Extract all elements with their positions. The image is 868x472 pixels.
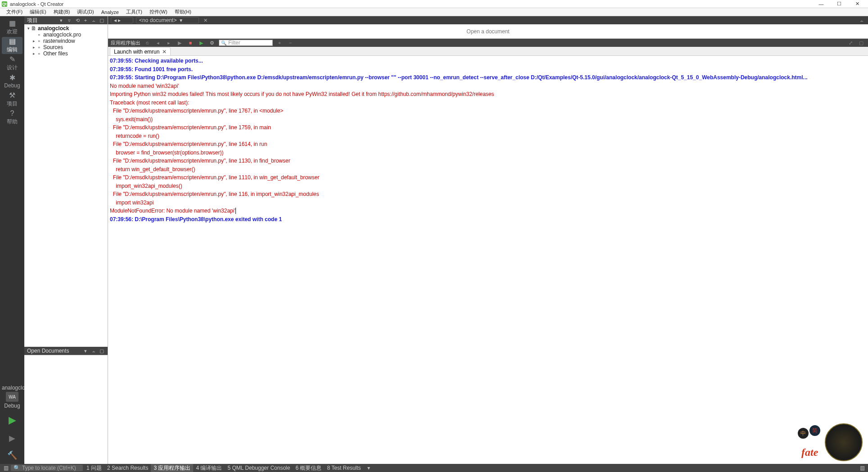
mode-help[interactable]: ?帮助	[2, 109, 23, 126]
close-panel-icon[interactable]: ▢	[99, 348, 105, 354]
split-icon[interactable]: ⫠	[90, 17, 97, 23]
link-icon[interactable]: ⟲	[74, 17, 81, 23]
tree-label: analogclock	[38, 25, 69, 32]
modebar: ▦欢迎 ▤编辑 ✎设计 ✱Debug ⚒项目 ?帮助 analogclock W…	[0, 16, 24, 464]
mode-projects[interactable]: ⚒项目	[2, 91, 23, 108]
project-panel-dropdown-icon[interactable]: ▾	[58, 17, 64, 23]
titlebar: Qt analogclock - Qt Creator — ☐ ✕	[0, 0, 868, 8]
minimize-button[interactable]: —	[812, 0, 830, 8]
menu-analyze[interactable]: Analyze	[98, 9, 122, 15]
open-docs-dropdown-icon[interactable]: ▾	[82, 348, 89, 354]
output-body[interactable]: 07:39:55: Checking available ports...07:…	[108, 56, 868, 464]
kit-project: analogclock	[2, 385, 23, 391]
status-pane-4[interactable]: 4 编译输出	[193, 464, 225, 472]
maximize-button[interactable]: ☐	[830, 0, 848, 8]
bug-icon: ✱	[9, 74, 15, 82]
menu-build[interactable]: 构建(B)	[50, 9, 74, 15]
tree-row-rasterwindow[interactable]: ▸ ▫ rasterwindow	[24, 38, 108, 44]
open-docs-list	[24, 355, 108, 464]
tree-label: analogclock.pro	[43, 32, 81, 38]
toggle-right-sidebar-icon[interactable]: ▥	[858, 465, 866, 471]
mode-edit[interactable]: ▤编辑	[2, 37, 23, 54]
status-pane-5[interactable]: 5 QML Debugger Console	[225, 464, 293, 472]
chevron-right-icon: ▸	[118, 17, 121, 23]
close-button[interactable]: ✕	[848, 0, 866, 8]
status-pane-6[interactable]: 6 概要信息	[293, 464, 324, 472]
panes-dropdown-icon[interactable]: ▾	[365, 465, 373, 471]
toggle-sidebar-icon[interactable]: ▥	[2, 465, 10, 471]
navigate-back-combo[interactable]: ◂ ▸	[111, 17, 133, 23]
mode-debug[interactable]: ✱Debug	[2, 73, 23, 90]
rerun-button[interactable]: ▶	[176, 40, 184, 46]
folder-icon: ▫	[36, 44, 42, 50]
chevron-left-icon: ◂	[114, 17, 117, 23]
debug-run-button[interactable]: ▶	[9, 433, 15, 443]
menu-file[interactable]: 文件(F)	[3, 9, 26, 15]
chevron-down-icon[interactable]: ▾	[26, 26, 31, 31]
tree-row-project[interactable]: ▾ 🗎 analogclock	[24, 25, 108, 32]
add-icon[interactable]: +	[82, 17, 89, 23]
next-icon[interactable]: ▸	[165, 40, 173, 46]
output-line: File "D:/emsdk/upstream/emscripten/emrun…	[110, 157, 866, 165]
attach-icon[interactable]: ⎋	[143, 40, 151, 46]
stop-button[interactable]: ■	[186, 40, 194, 46]
menu-widgets[interactable]: 控件(W)	[146, 9, 171, 15]
chevron-right-icon[interactable]: ▸	[32, 45, 36, 50]
output-line: returncode = run()	[110, 132, 866, 141]
close-panel-icon[interactable]: ▢	[99, 17, 105, 23]
mode-welcome[interactable]: ▦欢迎	[2, 19, 23, 36]
zoom-icon[interactable]: ⤢	[846, 40, 854, 46]
output-line: No module named 'win32api'	[110, 82, 866, 91]
chevron-right-icon[interactable]: ▸	[32, 39, 36, 43]
file-icon: ▫	[36, 32, 42, 38]
tree-row-pro-file[interactable]: ▫ analogclock.pro	[24, 32, 108, 38]
project-panel-title: 项目	[27, 17, 56, 24]
min-output-icon[interactable]: ▢	[857, 40, 865, 46]
mode-design[interactable]: ✎设计	[2, 55, 23, 72]
status-pane-3[interactable]: 3 应用程序输出	[151, 464, 193, 472]
filter-placeholder: Filter	[228, 40, 240, 46]
output-line: File "D:/emsdk/upstream/emscripten/emrun…	[110, 107, 866, 115]
run-output-button[interactable]: ▶	[197, 40, 205, 46]
folder-icon: 🗎	[31, 25, 37, 32]
menu-debug[interactable]: 调试(D)	[73, 9, 97, 15]
edit-icon: ▤	[9, 38, 16, 45]
close-tab-icon[interactable]: ✕	[162, 49, 167, 55]
output-filter-input[interactable]: 🔍 Filter	[219, 40, 273, 46]
output-tab-emrun[interactable]: Launch with emrun ✕	[110, 47, 171, 55]
output-line: ModuleNotFoundError: No module named 'wi…	[110, 207, 866, 215]
split-editor-icon[interactable]: ⫠	[858, 17, 865, 23]
chevron-right-icon[interactable]: ▸	[32, 51, 36, 56]
window-title: analogclock - Qt Creator	[10, 1, 812, 7]
kit-selector[interactable]: analogclock WA Debug	[2, 385, 23, 409]
filter-icon[interactable]: ▿	[66, 17, 72, 23]
grid-icon: ▦	[9, 20, 16, 27]
run-button[interactable]: ▶	[9, 414, 16, 426]
project-tree[interactable]: ▾ 🗎 analogclock ▫ analogclock.pro ▸ ▫ ra…	[24, 24, 108, 347]
output-toolbar: 应用程序输出 ⎋ ◂ ▸ ▶ ■ ▶ ⚙ 🔍 Filter + − ⤢	[108, 39, 868, 47]
output-line: File "D:/emsdk/upstream/emscripten/emrun…	[110, 173, 866, 182]
status-pane-2[interactable]: 2 Search Results	[104, 464, 151, 472]
menu-tools[interactable]: 工具(T)	[122, 9, 146, 15]
document-combo[interactable]: <no document> ▾	[136, 17, 199, 23]
menu-help[interactable]: 帮助(H)	[171, 9, 195, 15]
menu-edit[interactable]: 编辑(E)	[26, 9, 50, 15]
settings-icon[interactable]: ⚙	[208, 40, 216, 46]
build-button[interactable]: 🔨	[7, 450, 17, 460]
output-line: import win32api	[110, 199, 866, 207]
locator-input[interactable]: 🔍 Type to locate (Ctrl+K)	[11, 465, 83, 471]
locator-placeholder: Type to locate (Ctrl+K)	[22, 465, 76, 471]
status-pane-8[interactable]: 8 Test Results	[324, 464, 363, 472]
kit-target: WA	[6, 392, 18, 402]
close-doc-icon[interactable]: ✕	[202, 17, 209, 23]
tree-row-sources[interactable]: ▸ ▫ Sources	[24, 44, 108, 50]
status-pane-1[interactable]: 1 问题	[84, 464, 104, 472]
tree-row-other-files[interactable]: ▸ ▫ Other files	[24, 50, 108, 57]
add-output-tab-icon[interactable]: +	[276, 40, 284, 46]
statusbar: ▥ 🔍 Type to locate (Ctrl+K) 1 问题2 Search…	[0, 464, 868, 472]
output-line: 07:39:56: D:\Program Files\Python38\pyth…	[110, 215, 866, 224]
output-line: import_win32api_modules()	[110, 182, 866, 191]
prev-icon[interactable]: ◂	[154, 40, 162, 46]
split-icon[interactable]: ⫠	[90, 348, 97, 354]
remove-output-tab-icon[interactable]: −	[286, 40, 294, 46]
